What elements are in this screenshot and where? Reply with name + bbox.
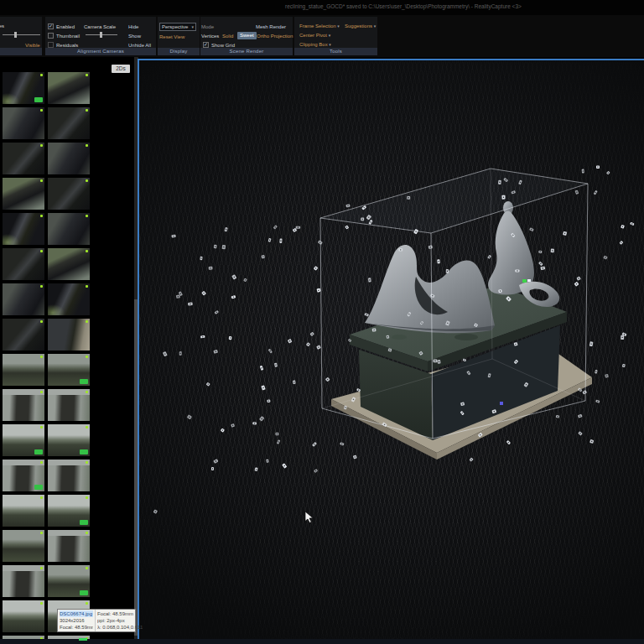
- aligned-dot-icon: [40, 461, 43, 464]
- scene-3d-viewport[interactable]: [138, 59, 644, 641]
- aligned-dot-icon: [86, 602, 88, 605]
- thumbnail[interactable]: [48, 72, 90, 104]
- thumbnail[interactable]: [48, 495, 90, 527]
- thumbnail[interactable]: [3, 600, 44, 632]
- mode-label: Mode: [201, 24, 214, 30]
- thumbnail[interactable]: [3, 107, 44, 139]
- thumbnail[interactable]: [3, 565, 44, 597]
- aligned-dot-icon: [40, 426, 43, 428]
- thumbnail[interactable]: [3, 248, 44, 280]
- thumbnail[interactable]: [3, 495, 44, 527]
- thumbnail[interactable]: [48, 248, 90, 280]
- sculpture-reclining-figure: [365, 245, 495, 333]
- thumbnail[interactable]: [48, 565, 90, 597]
- thumbnail[interactable]: [48, 319, 90, 351]
- aligned-dot-icon: [86, 215, 88, 217]
- scene-render-caption: Scene Render: [200, 48, 293, 55]
- thumbnail[interactable]: [48, 354, 90, 386]
- reset-view-button[interactable]: Reset View: [159, 34, 184, 40]
- component-badge-icon: [80, 520, 88, 525]
- thumbnail[interactable]: [3, 72, 44, 104]
- enabled-checkbox[interactable]: ✓: [48, 23, 54, 29]
- thumbnail-grid: [3, 72, 90, 644]
- tooltip-filename: DSC06674.jpg: [60, 610, 93, 617]
- component-badge-icon: [80, 590, 88, 595]
- center-pivot-button[interactable]: Center Pivot ▾: [299, 33, 330, 39]
- solid-button[interactable]: Solid: [222, 34, 233, 39]
- ribbon-toolbar: Camera Relation Lines Hidden Visible ✓ E…: [0, 15, 644, 57]
- show-button[interactable]: Show: [128, 34, 141, 39]
- aligned-dot-icon: [40, 496, 43, 499]
- component-badge-icon: [34, 97, 43, 102]
- mesh-render-label: Mesh Render: [256, 24, 286, 30]
- suggestions-button[interactable]: Suggestions ▾: [345, 23, 376, 29]
- vertices-button[interactable]: Vertices: [201, 34, 219, 39]
- camera-scale-slider[interactable]: [86, 32, 117, 38]
- show-grid-checkbox[interactable]: ✓: [203, 42, 209, 48]
- thumbnail[interactable]: [3, 143, 44, 174]
- thumbnail[interactable]: [48, 107, 90, 139]
- projection-dropdown[interactable]: Perspective▾: [159, 23, 196, 31]
- thumbnail[interactable]: [3, 319, 44, 351]
- thumbnail[interactable]: [48, 424, 90, 456]
- thumbnail[interactable]: [3, 389, 44, 421]
- window-title: reclining_statue_GOCD* saved to C:\Users…: [285, 3, 522, 9]
- chevron-down-icon: ▾: [329, 42, 331, 47]
- ortho-projection-button[interactable]: Ortho Projection: [257, 34, 293, 39]
- thumbnail-label: Thumbnail: [56, 34, 80, 39]
- scene-canvas: [139, 60, 644, 639]
- thumbnail[interactable]: [48, 143, 90, 174]
- images-panel: 2Ds: [0, 57, 138, 644]
- thumbnail[interactable]: [3, 213, 44, 245]
- projection-value: Perspective: [162, 24, 188, 29]
- status-progress-dash: [79, 638, 87, 641]
- thumbnail[interactable]: [48, 283, 90, 315]
- view-2ds-badge[interactable]: 2Ds: [112, 65, 130, 73]
- clipping-box-button[interactable]: Clipping Box ▾: [299, 42, 331, 48]
- thumbnail-checkbox[interactable]: [48, 33, 54, 39]
- thumbnail[interactable]: [3, 354, 44, 386]
- tools-caption: Tools: [294, 48, 377, 55]
- camera-relation-slider[interactable]: [3, 32, 40, 38]
- thumbnail[interactable]: [3, 424, 44, 456]
- thumbnail[interactable]: [48, 530, 90, 562]
- aligned-dot-icon: [40, 74, 43, 76]
- chevron-down-icon: ▾: [329, 33, 331, 38]
- thumbnail[interactable]: [3, 460, 44, 491]
- aligned-dot-icon: [86, 426, 88, 428]
- aligned-dot-icon: [40, 391, 43, 393]
- thumbnail[interactable]: [3, 530, 44, 562]
- ribbon-group-scene-render: Mode Mesh Render Vertices Solid Sweet Or…: [200, 17, 293, 55]
- blue-control-point[interactable]: [500, 402, 503, 405]
- residuals-checkbox[interactable]: [48, 42, 54, 48]
- tooltip-focal2: Focal: 48.59mm: [97, 610, 143, 617]
- thumbnail[interactable]: [48, 213, 90, 245]
- thumbnail[interactable]: [3, 283, 44, 315]
- aligned-dot-icon: [86, 391, 88, 393]
- frame-selection-button[interactable]: Frame Selection ▾: [299, 23, 340, 29]
- window-bottom-edge: [0, 639, 644, 644]
- aligned-dot-icon: [40, 567, 43, 569]
- enabled-label: Enabled: [56, 24, 75, 29]
- aligned-dot-icon: [86, 285, 88, 288]
- aligned-dot-icon: [86, 179, 88, 182]
- green-control-point[interactable]: [522, 279, 527, 283]
- title-bar: reclining_statue_GOCD* saved to C:\Users…: [0, 0, 644, 15]
- aligned-dot-icon: [40, 109, 43, 112]
- ribbon-group-display: Perspective▾ Reset View Display: [158, 17, 200, 55]
- ribbon-group-caption: [0, 48, 42, 55]
- thumbnail[interactable]: [48, 460, 90, 491]
- component-badge-icon: [34, 485, 43, 490]
- aligned-dot-icon: [86, 109, 88, 112]
- chevron-down-icon: ▾: [337, 23, 340, 29]
- sweet-button[interactable]: Sweet: [237, 32, 257, 39]
- thumbnail[interactable]: [48, 178, 90, 210]
- chevron-down-icon: ▾: [191, 23, 194, 30]
- aligned-dot-icon: [86, 461, 88, 464]
- aligned-dot-icon: [86, 144, 88, 147]
- aligned-dot-icon: [40, 144, 43, 147]
- thumbnail[interactable]: [48, 389, 90, 421]
- chevron-down-icon: ▾: [374, 23, 377, 29]
- thumbnail[interactable]: [3, 178, 44, 210]
- hide-button[interactable]: Hide: [128, 24, 138, 30]
